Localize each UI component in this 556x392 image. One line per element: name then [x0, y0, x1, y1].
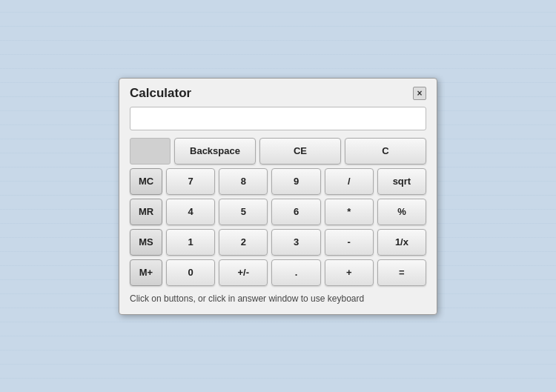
row-2: MC 7 8 9 / sqrt — [130, 168, 426, 195]
n7-button[interactable]: 7 — [166, 168, 215, 195]
row-top: Backspace CE C — [130, 138, 426, 165]
n3-button[interactable]: 3 — [271, 229, 320, 256]
n4-button[interactable]: 4 — [166, 199, 215, 225]
inv-button[interactable]: 1/x — [377, 229, 426, 256]
mr-button[interactable]: MR — [130, 199, 162, 225]
sub-button[interactable]: - — [325, 229, 374, 256]
div-button[interactable]: / — [325, 168, 374, 195]
calculator-window: Calculator × Backspace CE C MC 7 8 9 / s… — [119, 78, 437, 315]
n6-button[interactable]: 6 — [271, 199, 320, 225]
close-button[interactable]: × — [413, 87, 426, 100]
row-5: M+ 0 +/- . + = — [130, 259, 426, 286]
n8-button[interactable]: 8 — [219, 168, 268, 195]
n1-button[interactable]: 1 — [166, 229, 215, 256]
sqrt-button[interactable]: sqrt — [377, 168, 426, 195]
c-button[interactable]: C — [345, 138, 426, 165]
backspace-button[interactable]: Backspace — [174, 138, 256, 165]
plusminus-button[interactable]: +/- — [219, 259, 268, 286]
n2-button[interactable]: 2 — [219, 229, 268, 256]
eq-button[interactable]: = — [377, 259, 426, 286]
row-4: MS 1 2 3 - 1/x — [130, 229, 426, 256]
gray-box — [130, 138, 171, 165]
pct-button[interactable]: % — [377, 199, 426, 225]
n9-button[interactable]: 9 — [271, 168, 320, 195]
window-title: Calculator — [130, 86, 191, 101]
buttons-grid: Backspace CE C MC 7 8 9 / sqrt MR 4 5 6 … — [130, 138, 426, 286]
ce-button[interactable]: CE — [259, 138, 341, 165]
display-area[interactable] — [130, 107, 426, 130]
mc-button[interactable]: MC — [130, 168, 162, 195]
ms-button[interactable]: MS — [130, 229, 162, 256]
mplus-button[interactable]: M+ — [130, 259, 162, 286]
row-3: MR 4 5 6 * % — [130, 199, 426, 225]
n0-button[interactable]: 0 — [166, 259, 215, 286]
title-bar: Calculator × — [130, 86, 426, 101]
add-button[interactable]: + — [325, 259, 374, 286]
footer-text: Click on buttons, or click in answer win… — [130, 293, 426, 304]
mul-button[interactable]: * — [325, 199, 374, 225]
n5-button[interactable]: 5 — [219, 199, 268, 225]
dot-button[interactable]: . — [271, 259, 320, 286]
